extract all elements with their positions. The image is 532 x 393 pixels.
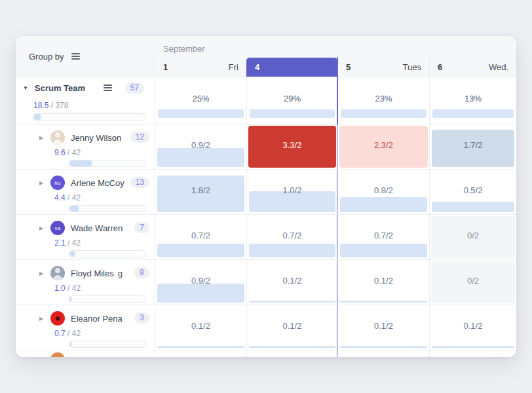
member-progress-bar: [69, 160, 146, 167]
summary-cell[interactable]: 13%: [429, 77, 516, 124]
allocation-block: [340, 197, 427, 212]
workload-value: 0/2: [430, 275, 516, 285]
avatar-photo-body: [53, 275, 62, 280]
summary-cell[interactable]: 23%: [337, 77, 429, 124]
summary-percent: 25%: [155, 94, 246, 103]
workload-value: 0.9/2: [155, 140, 246, 149]
workload-cell[interactable]: 0.9/2: [155, 124, 246, 169]
summary-percent: 23%: [338, 94, 429, 103]
workload-cell[interactable]: 1.0/2: [246, 170, 337, 214]
allocation-block: [340, 346, 427, 348]
workload-cell[interactable]: 0.1/2: [337, 305, 429, 350]
workload-cell[interactable]: 0.1/2: [246, 305, 337, 350]
member-row-eleanor-pena[interactable]: ▶✖Eleanor Pena30.7 / 42: [16, 305, 155, 350]
workload-cell[interactable]: 0/2: [429, 215, 516, 259]
group-row-scrum-team[interactable]: ▼ Scrum Team 57 18.5 / 378: [16, 77, 155, 124]
avatar-initials: va: [54, 225, 60, 231]
workload-cell: [429, 350, 516, 357]
workload-grid: September 1Fri45Tues6Wed. 25%29%23%13% 0…: [155, 36, 516, 357]
member-count-badge: 3: [134, 312, 149, 324]
workload-cell[interactable]: 0.1/2: [337, 260, 429, 305]
chevron-right-icon[interactable]: ▶: [39, 135, 43, 141]
allocation-block: [157, 148, 244, 167]
workload-cell[interactable]: 1.7/2: [429, 124, 516, 169]
partial-schedule-row: [155, 350, 516, 357]
member-row-wade-warren[interactable]: ▶vaWade Warren72.1 / 42: [16, 215, 155, 260]
avatar-photo-head: [55, 132, 60, 138]
workload-cell[interactable]: 0.5/2: [429, 170, 516, 214]
allocation-block: [157, 346, 244, 348]
group-capacity-text: 18.5 / 378: [33, 101, 68, 110]
avatar: [50, 266, 65, 280]
workload-value: 0.9/2: [155, 275, 246, 285]
schedule-row-wade-warren: 0.7/20.7/20.7/20/2: [155, 215, 516, 260]
avatar-initials: hu: [54, 180, 61, 186]
member-progress-fill: [69, 206, 79, 212]
workload-cell: [246, 350, 337, 357]
allocation-block: [340, 244, 427, 257]
member-capacity-value: 42: [72, 193, 81, 202]
schedule-row-eleanor-pena: 0.1/20.1/20.1/20.1/2: [155, 305, 516, 350]
member-capacity-text: 4.4 / 42: [54, 193, 81, 202]
workload-cell[interactable]: 0.1/2: [429, 305, 516, 350]
workload-cell[interactable]: 0.7/2: [246, 215, 337, 259]
summary-cell[interactable]: 25%: [155, 77, 246, 124]
member-list: ▶Jenny Wilson129.6 / 42▶huArlene McCoy13…: [16, 124, 155, 350]
workload-value: 3.3/2: [247, 140, 337, 149]
group-capacity-value: 378: [55, 101, 68, 110]
group-progress-fill: [33, 114, 41, 120]
workload-cell[interactable]: 0.8/2: [337, 170, 429, 214]
workload-cell[interactable]: 1.8/2: [155, 170, 246, 214]
date-weekday-label: Tues: [403, 62, 421, 72]
member-used-value: 4.4: [54, 193, 66, 202]
workload-value: 1.0/2: [247, 185, 337, 195]
workload-value: 0.7/2: [247, 230, 337, 240]
avatar-photo-body: [53, 140, 62, 145]
workload-cell[interactable]: 2.3/2: [337, 124, 429, 169]
chevron-right-icon[interactable]: ▶: [39, 316, 43, 322]
member-capacity-text: 2.1 / 42: [54, 238, 81, 248]
member-row-floyd-miles[interactable]: ▶Floyd Milesg81.0 / 42: [16, 260, 155, 305]
group-menu-icon[interactable]: [104, 84, 112, 91]
workload-cell[interactable]: 0.7/2: [155, 215, 246, 259]
summary-bar: [158, 109, 244, 118]
date-column-6[interactable]: 6Wed.: [429, 58, 516, 77]
group-by-menu-icon[interactable]: [71, 53, 80, 60]
schedule-row-floyd-miles: 0.9/20.1/20.1/20/2: [155, 260, 516, 305]
group-progress-bar: [33, 113, 146, 121]
workload-cell[interactable]: 0.1/2: [246, 260, 337, 305]
workload-cell[interactable]: 0.9/2: [155, 260, 246, 305]
summary-bar: [250, 109, 335, 118]
summary-bar: [432, 109, 514, 118]
avatar: hu: [50, 176, 65, 190]
member-used-value: 1.0: [54, 284, 66, 293]
member-count-badge: 7: [134, 222, 149, 233]
workload-cell[interactable]: 0.7/2: [337, 215, 429, 259]
workload-value: 0.7/2: [155, 230, 246, 240]
date-column-5[interactable]: 5Tues: [337, 58, 429, 77]
workload-value: 0.5/2: [430, 185, 516, 195]
allocation-block: [249, 301, 335, 303]
summary-percent: 29%: [247, 94, 337, 103]
member-used-value: 0.7: [54, 329, 66, 338]
summary-cell[interactable]: 29%: [246, 77, 337, 124]
avatar: [50, 352, 65, 357]
date-column-4[interactable]: 4: [246, 58, 337, 77]
chevron-right-icon[interactable]: ▶: [39, 271, 43, 276]
member-row-jenny-wilson[interactable]: ▶Jenny Wilson129.6 / 42: [16, 124, 155, 170]
date-weekday-label: Wed.: [489, 62, 508, 72]
workload-cell[interactable]: 0.1/2: [155, 305, 246, 350]
member-capacity-value: 42: [72, 238, 81, 248]
workload-cell[interactable]: 0/2: [429, 260, 516, 305]
member-row-arlene-mccoy[interactable]: ▶huArlene McCoy134.4 / 42: [16, 170, 155, 215]
chevron-right-icon[interactable]: ▶: [39, 180, 43, 186]
member-name: Jenny Wilson: [71, 133, 121, 143]
chevron-down-icon[interactable]: ▼: [23, 85, 28, 91]
date-column-1[interactable]: 1Fri: [155, 58, 246, 77]
chevron-right-icon[interactable]: ▶: [39, 225, 43, 231]
member-progress-bar: [69, 295, 146, 303]
member-capacity-value: 42: [72, 329, 81, 338]
summary-percent: 13%: [430, 94, 516, 103]
member-progress-fill: [69, 160, 92, 166]
workload-cell[interactable]: 3.3/2: [246, 124, 337, 169]
